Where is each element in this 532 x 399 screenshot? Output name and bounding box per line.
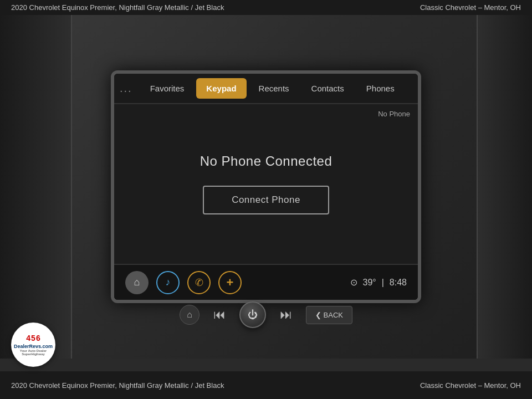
- tab-bar: ... Favorites Keypad Recents Contacts Ph…: [114, 74, 418, 104]
- home-nav-icon[interactable]: ⌂: [125, 271, 149, 294]
- tab-dots: ...: [120, 82, 132, 95]
- top-bar: 2020 Chevrolet Equinox Premier, Nightfal…: [0, 0, 532, 15]
- bottom-bar-left: 2020 Chevrolet Equinox Premier, Nightfal…: [11, 381, 224, 390]
- tab-recents[interactable]: Recents: [249, 78, 299, 99]
- infotainment-screen: ... Favorites Keypad Recents Contacts Ph…: [111, 70, 421, 303]
- top-bar-left: 2020 Chevrolet Equinox Premier, Nightfal…: [11, 3, 224, 12]
- temperature: 39°: [363, 278, 376, 288]
- clock-time: 8:48: [390, 278, 407, 288]
- add-nav-icon[interactable]: +: [218, 271, 242, 294]
- screen-nav: ⌂ ♪ ✆ + ⊙ 39° | 8:48: [114, 264, 418, 300]
- main-content: ... Favorites Keypad Recents Contacts Ph…: [0, 15, 532, 359]
- no-phone-connected-text: No Phone Connected: [200, 154, 332, 169]
- time-separator: |: [382, 278, 384, 288]
- physical-controls: ⌂ ⏮ ⏻ ⏭ ❮ BACK: [180, 301, 352, 328]
- no-phone-badge: No Phone: [378, 110, 410, 118]
- watermark-tagline: Your Auto Dealer SuperHighway: [14, 349, 53, 356]
- tab-contacts[interactable]: Contacts: [301, 78, 354, 99]
- skip-forward-button[interactable]: ⏭: [280, 308, 292, 322]
- location-icon: ⊙: [350, 277, 357, 288]
- music-nav-icon[interactable]: ♪: [156, 271, 180, 294]
- skip-back-button[interactable]: ⏮: [213, 308, 226, 322]
- right-vent: [477, 15, 532, 359]
- connect-phone-button[interactable]: Connect Phone: [203, 186, 329, 214]
- left-vent: [0, 15, 72, 359]
- dealerrevs-watermark: 4 5 6 DealerRevs.com Your Auto Dealer Su…: [11, 323, 55, 367]
- top-bar-right: Classic Chevrolet – Mentor, OH: [420, 3, 521, 12]
- watermark-numbers: 4 5 6: [26, 334, 40, 342]
- tab-phones[interactable]: Phones: [356, 78, 405, 99]
- phone-nav-icon[interactable]: ✆: [187, 271, 211, 294]
- tab-keypad[interactable]: Keypad: [196, 78, 246, 99]
- screen-info: ⊙ 39° | 8:48: [350, 277, 407, 288]
- screen-body: No Phone No Phone Connected Connect Phon…: [114, 104, 418, 264]
- nav-icons: ⌂ ♪ ✆ +: [125, 271, 242, 294]
- bottom-bar: 2020 Chevrolet Equinox Premier, Nightfal…: [0, 371, 532, 399]
- tab-favorites[interactable]: Favorites: [140, 78, 195, 99]
- watermark-site: DealerRevs.com: [14, 344, 53, 349]
- home-hardware-button[interactable]: ⌂: [180, 305, 200, 325]
- power-button[interactable]: ⏻: [239, 301, 266, 328]
- bottom-bar-right: Classic Chevrolet – Mentor, OH: [420, 381, 521, 390]
- back-button[interactable]: ❮ BACK: [306, 306, 352, 324]
